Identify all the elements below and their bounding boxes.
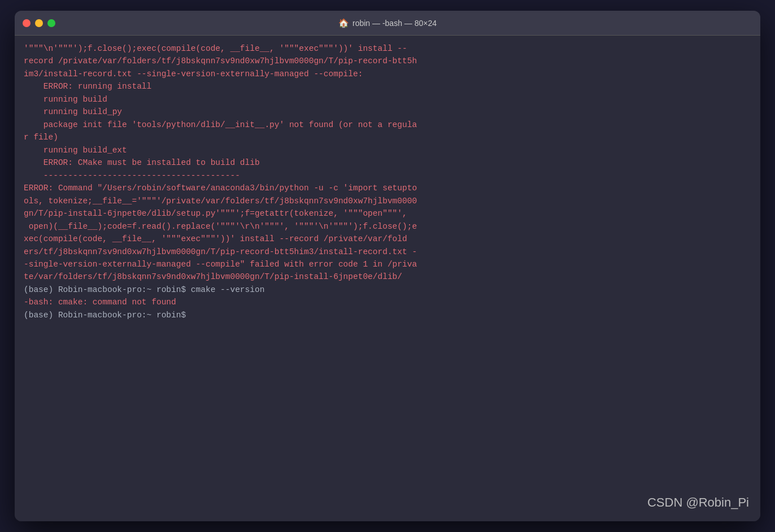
terminal-line: ----------------------------------------	[24, 169, 751, 182]
terminal-line: ERROR: Command "/Users/robin/software/an…	[24, 182, 751, 194]
maximize-button[interactable]	[47, 19, 55, 27]
terminal-body[interactable]: '"""\n'"""');f.close();exec(compile(code…	[15, 36, 760, 521]
terminal-window: 🏠 robin — -bash — 80×24 '"""\n'"""');f.c…	[15, 11, 760, 521]
terminal-line: ers/tf/j8bskqnn7sv9nd0xw7hjlbvm0000gn/T/…	[24, 246, 751, 258]
minimize-button[interactable]	[35, 19, 43, 27]
terminal-line: -bash: cmake: command not found	[24, 296, 751, 308]
terminal-line: -single-version-externally-managed --com…	[24, 258, 751, 271]
terminal-line: record /private/var/folders/tf/j8bskqnn7…	[24, 55, 751, 67]
terminal-line: ERROR: CMake must be installed to build …	[24, 156, 751, 169]
title-label: robin — -bash — 80×24	[352, 19, 437, 28]
terminal-line: (base) Robin-macbook-pro:~ robin$ cmake …	[24, 284, 751, 296]
terminal-line: r file)	[24, 131, 751, 143]
terminal-line: ols, tokenize;__file__='"""'/private/var…	[24, 195, 751, 207]
terminal-line: running build_ext	[24, 144, 751, 156]
terminal-line: '"""\n'"""');f.close();exec(compile(code…	[24, 42, 751, 55]
home-icon: 🏠	[338, 18, 349, 28]
terminal-line: open)(__file__);code=f.read().replace('"…	[24, 220, 751, 233]
terminal-line: package init file 'tools/python/dlib/__i…	[24, 119, 751, 131]
terminal-line: xec(compile(code, __file__, '"""exec"""'…	[24, 233, 751, 245]
terminal-line: ERROR: running install	[24, 80, 751, 93]
watermark: CSDN @Robin_Pi	[647, 493, 749, 512]
terminal-line: (base) Robin-macbook-pro:~ robin$	[24, 309, 751, 321]
traffic-lights	[23, 19, 55, 27]
titlebar: 🏠 robin — -bash — 80×24	[15, 11, 760, 36]
window-title: 🏠 robin — -bash — 80×24	[338, 18, 437, 28]
close-button[interactable]	[23, 19, 31, 27]
terminal-line: gn/T/pip-install-6jnpet0e/dlib/setup.py'…	[24, 207, 751, 220]
terminal-line: im3/install-record.txt --single-version-…	[24, 68, 751, 80]
terminal-line: running build_py	[24, 106, 751, 118]
terminal-line: running build	[24, 93, 751, 106]
terminal-line: te/var/folders/tf/j8bskqnn7sv9nd0xw7hjlb…	[24, 271, 751, 283]
